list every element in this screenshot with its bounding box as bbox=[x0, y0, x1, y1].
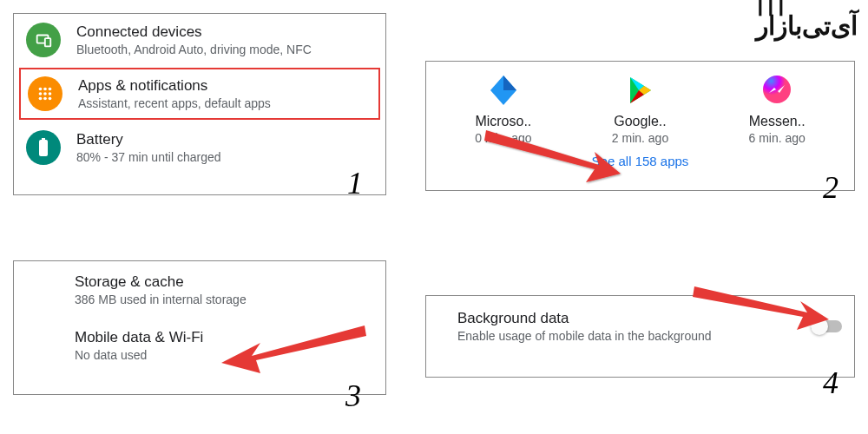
background-data-panel: Background data Enable usage of mobile d… bbox=[425, 295, 855, 378]
background-data-item[interactable]: Background data Enable usage of mobile d… bbox=[457, 310, 712, 343]
app-time: 6 min. ago bbox=[725, 131, 829, 145]
bg-data-title: Background data bbox=[457, 310, 712, 327]
devices-icon bbox=[26, 23, 61, 57]
data-wifi-title: Mobile data & Wi-Fi bbox=[75, 329, 373, 346]
recent-apps-panel: Microso.. 0 min. ago Google.. 2 min. ago… bbox=[425, 61, 855, 191]
mobile-data-wifi-item[interactable]: Mobile data & Wi-Fi No data used bbox=[14, 306, 385, 362]
app-item-messenger[interactable]: Messen.. 6 min. ago bbox=[725, 72, 829, 145]
settings-item-battery[interactable]: Battery 80% - 37 min until charged bbox=[14, 122, 385, 174]
settings-item-title: Connected devices bbox=[76, 23, 312, 41]
app-item-microsoft[interactable]: Microso.. 0 min. ago bbox=[451, 72, 556, 145]
background-data-toggle[interactable] bbox=[811, 320, 842, 332]
messenger-icon bbox=[759, 72, 795, 108]
svg-point-8 bbox=[39, 97, 43, 101]
step-number-2: 2 bbox=[823, 169, 838, 206]
app-name: Microso.. bbox=[451, 114, 556, 129]
battery-icon bbox=[26, 130, 61, 165]
microsoft-launcher-icon bbox=[485, 72, 522, 108]
storage-title: Storage & cache bbox=[75, 273, 373, 291]
app-info-panel: Storage & cache 386 MB used in internal … bbox=[13, 260, 386, 395]
svg-point-5 bbox=[39, 92, 43, 95]
svg-point-4 bbox=[49, 88, 52, 91]
svg-point-2 bbox=[39, 88, 43, 91]
app-item-google-play[interactable]: Google.. 2 min. ago bbox=[588, 72, 692, 145]
settings-item-apps-notifications[interactable]: Apps & notifications Assistant, recent a… bbox=[19, 68, 380, 120]
step-number-1: 1 bbox=[347, 165, 363, 201]
storage-subtitle: 386 MB used in internal storage bbox=[75, 293, 373, 306]
step-number-3: 3 bbox=[345, 378, 361, 414]
data-wifi-subtitle: No data used bbox=[75, 348, 373, 362]
svg-marker-14 bbox=[503, 76, 516, 90]
settings-item-title: Battery bbox=[76, 131, 221, 148]
brand-logo: ┃┃┃ آی‌تی‌بازار bbox=[756, 5, 858, 41]
app-time: 2 min. ago bbox=[588, 131, 692, 145]
svg-rect-12 bbox=[42, 138, 45, 141]
toggle-knob-icon bbox=[811, 318, 828, 335]
svg-point-19 bbox=[763, 76, 791, 103]
see-all-apps-link[interactable]: See all 158 apps bbox=[426, 148, 854, 168]
settings-item-connected-devices[interactable]: Connected devices Bluetooth, Android Aut… bbox=[14, 14, 385, 66]
bg-data-subtitle: Enable usage of mobile data in the backg… bbox=[457, 329, 712, 343]
app-name: Messen.. bbox=[725, 114, 829, 129]
settings-item-subtitle: 80% - 37 min until charged bbox=[76, 150, 221, 164]
settings-item-title: Apps & notifications bbox=[78, 77, 271, 95]
step-number-4: 4 bbox=[823, 365, 838, 401]
svg-point-6 bbox=[43, 92, 47, 95]
settings-panel: Connected devices Bluetooth, Android Aut… bbox=[13, 13, 386, 195]
svg-point-3 bbox=[43, 88, 47, 91]
svg-point-7 bbox=[49, 92, 52, 95]
storage-cache-item[interactable]: Storage & cache 386 MB used in internal … bbox=[14, 261, 385, 306]
apps-icon bbox=[28, 76, 62, 111]
svg-point-9 bbox=[43, 97, 47, 101]
svg-rect-1 bbox=[45, 38, 50, 46]
svg-point-10 bbox=[49, 97, 52, 101]
settings-item-subtitle: Bluetooth, Android Auto, driving mode, N… bbox=[76, 43, 312, 56]
app-name: Google.. bbox=[588, 114, 692, 129]
google-play-icon bbox=[621, 72, 658, 108]
svg-rect-11 bbox=[39, 140, 48, 156]
settings-item-subtitle: Assistant, recent apps, default apps bbox=[78, 96, 271, 110]
app-time: 0 min. ago bbox=[451, 131, 556, 145]
